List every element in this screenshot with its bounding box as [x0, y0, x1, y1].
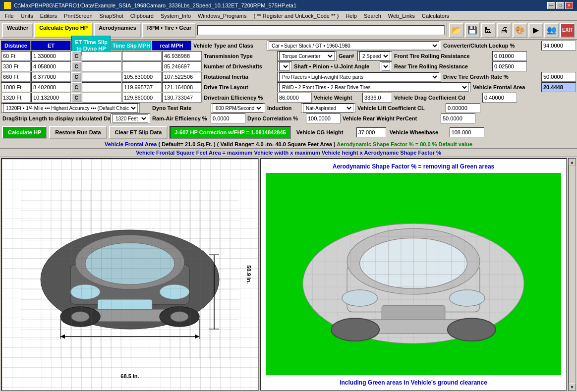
ram-air-value[interactable]: 0.0000 [211, 113, 245, 123]
ts-mph-60ft[interactable] [122, 51, 162, 61]
vehicle-type-select[interactable]: Car • Super Stock / GT • 1960-1980 [269, 41, 439, 50]
print-icon[interactable]: 🖨 [497, 23, 512, 38]
accuracy-select-input[interactable]: 1320Ft • 1/4 Mile ••• Highest Accuracy •… [3, 104, 138, 112]
ts-et-330ft[interactable] [82, 61, 121, 71]
scroll-up-button[interactable]: ▲ [569, 159, 576, 166]
menu-snapshot[interactable]: SnapShot [97, 12, 126, 19]
dyno-test-label: Dyno Test Rate [151, 103, 210, 113]
users-icon[interactable]: 👥 [544, 23, 559, 38]
menu-units[interactable]: Units [18, 12, 36, 19]
menu-sysinfo[interactable]: System_Info [158, 12, 194, 19]
play-icon[interactable]: ▶ [528, 23, 543, 38]
folder-open-icon[interactable]: 📂 [449, 23, 464, 38]
ts-et-660ft[interactable] [82, 72, 121, 82]
ts-mph-330ft[interactable] [122, 61, 162, 71]
rpm-tire-gear-tab[interactable]: RPM • Tire • Gear [142, 23, 196, 38]
menu-windows[interactable]: Windows_Programs [195, 12, 249, 19]
drive-tire-select-input[interactable]: RWD • 2 Front Tires • 2 Rear Drive Tires [279, 83, 469, 92]
calculate-hp-button[interactable]: Calculate HP [2, 126, 47, 139]
et-1320ft[interactable]: 10.132000 [31, 93, 71, 103]
c-btn-1320ft[interactable]: C [71, 93, 81, 103]
svg-point-11 [71, 312, 89, 322]
dyno-test-select[interactable]: 600 RPM/Second [211, 103, 265, 113]
real-mph-1000ft: 121.164008 [162, 82, 202, 92]
induction-select-input[interactable]: Nat-Aspirated [303, 104, 353, 112]
shaft-select[interactable]: 1 [380, 61, 392, 71]
menu-help[interactable]: Help [343, 12, 360, 19]
dragstrip-select-input[interactable]: 1320 Feet [113, 114, 148, 123]
drag-coeff-value[interactable]: 0.40000 [482, 93, 517, 103]
aero-subtitle: including Green areas in Vehicle's groun… [261, 379, 566, 386]
drivetrain-eff-value[interactable]: 86.0000 [277, 93, 312, 103]
c-btn-60ft[interactable]: C [71, 51, 81, 61]
menu-search[interactable]: Search [361, 12, 384, 19]
ts-mph-1320ft[interactable]: 129.860000 [122, 93, 162, 103]
vehicle-weight-value[interactable]: 3336.0 [362, 93, 392, 103]
et-60ft[interactable]: 1.330000 [31, 51, 71, 61]
vehicle-weight-label: Vehicle Weight [312, 93, 362, 103]
converter-value[interactable]: 94.0000 [541, 41, 576, 51]
ts-mph-1000ft[interactable]: 119.995737 [122, 82, 162, 92]
scroll-down-button[interactable]: ▼ [569, 384, 576, 391]
gear-select[interactable]: 2 Speed [357, 51, 392, 61]
c-btn-330ft[interactable]: C [71, 61, 81, 71]
button-row: Calculate HP Restore Run Data Clear ET S… [0, 124, 577, 140]
et-330ft[interactable]: 4.058000 [31, 61, 71, 71]
transmission-select[interactable]: Torque Converter [277, 51, 337, 61]
front-tire-rr-value[interactable]: 0.01000 [492, 51, 527, 61]
c-btn-660ft[interactable]: C [71, 72, 81, 82]
exit-icon[interactable]: EXIT [560, 23, 575, 38]
rotational-select[interactable]: Pro Racers • Light-weight Race parts [277, 72, 441, 82]
rear-weight-value[interactable]: 50.0000 [441, 113, 475, 123]
maximize-button[interactable]: □ [556, 2, 564, 9]
menu-editors[interactable]: Editors [37, 12, 60, 19]
weather-tab[interactable]: Weather [2, 23, 33, 38]
rear-tire-rr-value[interactable]: 0.02500 [492, 61, 527, 71]
menu-file[interactable]: File [2, 12, 17, 19]
calculate-dyno-tab[interactable]: Calculate Dyno HP [34, 23, 93, 38]
menu-clipboard[interactable]: Clipboard [127, 12, 157, 19]
induction-select[interactable]: Nat-Aspirated [301, 103, 355, 113]
save-icon[interactable]: 💾 [465, 23, 480, 38]
rotational-select-input[interactable]: Pro Racers • Light-weight Race parts [279, 72, 439, 81]
gear-select-input[interactable]: 2 Speed [359, 52, 390, 60]
driveshafts-select-input[interactable]: 1 [279, 62, 290, 71]
accuracy-select[interactable]: 1320Ft • 1/4 Mile ••• Highest Accuracy •… [1, 103, 140, 113]
close-button[interactable]: ✕ [565, 2, 573, 9]
ts-et-60ft[interactable] [82, 51, 121, 61]
ts-et-1000ft[interactable] [82, 82, 121, 92]
drag-coeff-label: Vehicle Drag Coefficient Cd [393, 93, 482, 103]
menu-weblinks[interactable]: Web_Links [385, 12, 418, 19]
dyno-corr-value[interactable]: 100.0000 [306, 113, 341, 123]
wheelbase-value[interactable]: 108.000 [450, 127, 484, 137]
cg-height-value[interactable]: 37.000 [356, 127, 386, 137]
vehicle-frontal-value[interactable]: 20.4448 [541, 82, 576, 92]
ts-et-1320ft[interactable] [82, 93, 121, 103]
ts-mph-660ft[interactable]: 105.830000 [122, 72, 162, 82]
menu-register[interactable]: ( ** Register and UnLock_Code ** ) [251, 12, 342, 19]
palette-icon[interactable]: 🎨 [513, 23, 527, 38]
floppy-icon[interactable]: 🖫 [481, 23, 496, 38]
lift-coeff-value[interactable]: 0.00000 [446, 103, 480, 113]
car-width-label: 68.5 in. [120, 373, 139, 379]
dyno-test-select-input[interactable]: 600 RPM/Second [213, 104, 263, 112]
vertical-scrollbar[interactable]: ▲ ▼ [568, 158, 576, 391]
dragstrip-select[interactable]: 1320 Feet [111, 113, 150, 123]
et-1000ft[interactable]: 8.402000 [31, 82, 71, 92]
drive-tire-layout-label: Drive Tire Layout [202, 82, 277, 92]
driveshafts-select[interactable]: 1 [277, 61, 292, 71]
menu-printscreen[interactable]: PrintScreen [61, 12, 95, 19]
row-660ft: 660 Ft 6.377000 C 105.830000 107.522506 … [1, 72, 576, 82]
c-btn-1000ft[interactable]: C [71, 82, 81, 92]
vehicle-type-value[interactable]: Car • Super Stock / GT • 1960-1980 [267, 41, 441, 51]
aerodynamics-tab[interactable]: Aerodynamics [94, 23, 141, 38]
menu-calculators[interactable]: Calculators [419, 12, 452, 19]
drive-tire-growth-value[interactable]: 50.0000 [541, 72, 576, 82]
shaft-select-input[interactable]: 1 [382, 62, 390, 71]
transmission-type-select[interactable]: Torque Converter [279, 52, 335, 60]
minimize-button[interactable]: — [547, 2, 555, 9]
clear-et-slip-button[interactable]: Clear ET Slip Data [109, 126, 168, 139]
et-660ft[interactable]: 6.377000 [31, 72, 71, 82]
drive-tire-layout-select[interactable]: RWD • 2 Front Tires • 2 Rear Drive Tires [277, 82, 471, 92]
restore-run-data-button[interactable]: Restore Run Data [49, 126, 107, 139]
